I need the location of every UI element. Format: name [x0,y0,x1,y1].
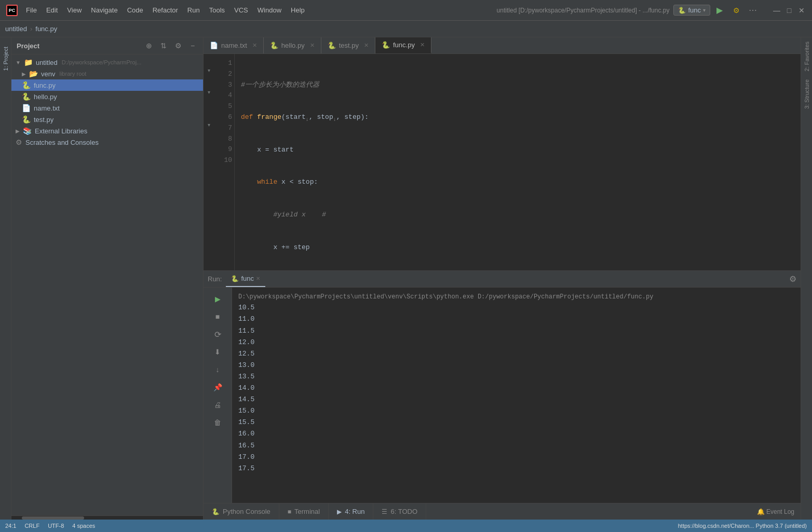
status-url[interactable]: https://blog.csdn.net/Charon... Python 3… [678,523,807,529]
tree-name-txt[interactable]: 📄 name.txt [11,102,203,114]
project-scrollbar-h[interactable] [11,515,203,520]
menu-help[interactable]: Help [287,4,309,16]
menu-view[interactable]: View [63,4,86,16]
tab-close-test-py[interactable]: ✕ [364,42,369,49]
bottom-tab-func[interactable]: 🐍 func ✕ [226,271,265,287]
run-output-16-0: 16.0 [238,428,794,440]
tab-test-py[interactable]: 🐍 test.py ✕ [321,37,375,53]
run-play-button[interactable]: ▶ [712,3,727,18]
status-tab-todo[interactable]: ☰ 6: TODO [373,503,426,520]
run-rerun-button[interactable]: ⟳ [209,327,226,342]
breadcrumb-project[interactable]: untitled [5,25,27,33]
run-config-selector[interactable]: 🐍 func ▾ [673,5,710,16]
run-output-14-0: 14.0 [238,383,794,394]
tab-name-txt[interactable]: 📄 name.txt ✕ [204,37,264,53]
run-resume-button[interactable]: ▶ [209,292,226,306]
project-settings-button[interactable]: ⚙ [173,40,183,51]
code-editor[interactable]: ▾ ▾ ▾ 1 2 3 4 5 6 7 8 9 10 [204,54,801,270]
scratches-icon: ⚙ [16,138,22,146]
run-tab-icon: 🐍 [231,275,239,282]
window-controls: — □ ✕ [773,6,806,15]
project-collapse-button[interactable]: ⇅ [158,40,169,51]
gutter-line-8 [204,130,214,141]
gutter-line-9 [204,141,214,152]
tab-close-name-txt[interactable]: ✕ [252,42,257,49]
run-stop-button[interactable]: ■ [209,309,226,324]
tab-close-hello-py[interactable]: ✕ [310,42,315,49]
py-icon-func: 🐍 [22,81,31,89]
tab-hello-py[interactable]: 🐍 hello.py ✕ [264,37,321,53]
tree-hello-py[interactable]: 🐍 hello.py [11,91,203,102]
tab-label-test-py: test.py [339,42,359,49]
scrollbar-thumb-h [22,516,84,520]
event-log-button[interactable]: 🔔 Event Log [757,508,794,515]
run-output-17-5: 17.5 [238,463,794,474]
extlibs-icon: 📚 [23,127,32,135]
run-tab-close[interactable]: ✕ [256,276,260,281]
run-output-17-0: 17.0 [238,452,794,463]
menu-tools[interactable]: Tools [205,4,229,16]
menu-navigate[interactable]: Navigate [87,4,121,16]
code-line-6: x += step [241,242,794,253]
project-add-button[interactable]: ⊕ [144,40,154,51]
run-coverage-button[interactable]: ⋯ [746,3,760,18]
maximize-button[interactable]: □ [785,6,793,15]
run-settings-button[interactable]: ⚙ [789,274,796,284]
menu-file[interactable]: File [22,4,41,16]
tab-structure[interactable]: 3: Structure [802,75,811,113]
run-scroll-end-button[interactable]: ⬇ [209,345,226,359]
tree-root-folder[interactable]: ▼ 📁 untitled D:/pyworkspace/PycharmProj.… [11,57,203,68]
gutter-fold-7[interactable]: ▾ [204,119,214,130]
tab-favorites[interactable]: 2: Favorites [802,37,811,75]
close-button[interactable]: ✕ [797,6,806,15]
breadcrumb-file[interactable]: func.py [35,25,57,33]
menu-vcs[interactable]: VCS [230,4,252,16]
run-print-button[interactable]: 🖨 [209,398,226,412]
run-scroll-down-button[interactable]: ↓ [209,362,226,377]
status-tab-python-console-label: Python Console [223,508,270,515]
tree-test-py[interactable]: 🐍 test.py [11,114,203,125]
gutter-line-5 [204,98,214,108]
menu-code[interactable]: Code [123,4,147,16]
editor-code-content[interactable]: #一个步长为小数的迭代器 def frange(start↓, stop↓, s… [235,54,801,270]
tree-external-libs[interactable]: ▶ 📚 External Libraries [11,125,203,137]
tab-close-func-py[interactable]: ✕ [420,42,425,48]
minimize-button[interactable]: — [773,6,781,15]
bottom-panel: Run: 🐍 func ✕ ⚙ ▶ ■ ⟳ ⬇ ↓ 📌 🖨 [204,270,801,520]
menu-run[interactable]: Run [183,4,204,16]
tab-project[interactable]: 1: Project [1,43,10,75]
status-tab-terminal[interactable]: ■ Terminal [279,503,329,520]
tree-func-py[interactable]: 🐍 func.py [11,79,203,91]
run-action-sidebar: ▶ ■ ⟳ ⬇ ↓ 📌 🖨 🗑 [204,288,232,503]
todo-icon: ☰ [382,508,387,515]
run-debug-button[interactable]: ⚙ [729,3,743,18]
run-output-10-5: 10.5 [238,302,794,313]
tree-venv-sublabel: library root [59,71,86,77]
tree-root-label: untitled [36,59,58,66]
gutter-fold-2[interactable]: ▾ [204,65,214,76]
status-tab-python-console[interactable]: 🐍 Python Console [204,503,279,520]
run-pin-button[interactable]: 📌 [209,380,226,394]
py-icon-hello: 🐍 [22,92,31,101]
tab-func-py[interactable]: 🐍 func.py ✕ [375,37,431,53]
status-tab-run-label: 4: Run [345,508,364,515]
breadcrumb-separator: › [30,25,32,33]
status-line-ending: CRLF [24,523,39,529]
gutter-fold-4[interactable]: ▾ [204,87,214,98]
gutter-line-6 [204,108,214,119]
menu-edit[interactable]: Edit [42,4,62,16]
menu-window[interactable]: Window [253,4,286,16]
tree-scratches-label: Scratches and Consoles [25,139,99,146]
tree-scratches[interactable]: ⚙ Scratches and Consoles [11,137,203,148]
tree-venv[interactable]: ▶ 📂 venv library root [11,68,203,79]
tab-icon-test-py: 🐍 [328,42,336,49]
run-output-11-0: 11.0 [238,313,794,325]
run-output-14-5: 14.5 [238,394,794,405]
run-panel-content: ▶ ■ ⟳ ⬇ ↓ 📌 🖨 🗑 D:\pyworkspace\PycharmPr… [204,288,801,503]
run-delete-button[interactable]: 🗑 [209,415,226,430]
run-output-15-0: 15.0 [238,405,794,417]
project-close-button[interactable]: − [187,40,198,51]
run-output-12-0: 12.0 [238,337,794,348]
menu-refactor[interactable]: Refactor [148,4,182,16]
status-tab-run[interactable]: ▶ 4: Run [329,503,373,520]
